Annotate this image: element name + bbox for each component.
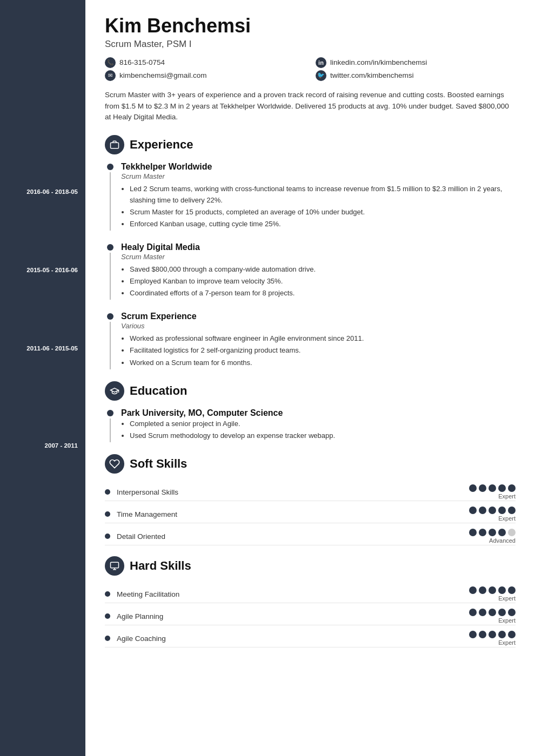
dot	[498, 529, 506, 536]
main-content: Kim Benchemsi Scrum Master, PSM I 📞 816-…	[85, 0, 535, 756]
timeline-dot-1	[107, 164, 113, 170]
candidate-title: Scrum Master, PSM I	[105, 39, 516, 50]
dot	[479, 529, 486, 536]
skill-name-1: Interpersonal Skills	[117, 488, 469, 496]
dot	[469, 609, 477, 616]
skill-name-5: Agile Planning	[117, 612, 469, 620]
education-entry-1: Park University, MO, Computer Science Co…	[105, 408, 516, 442]
list-item: Used Scrum methodology to develop an exp…	[130, 430, 516, 441]
dot	[479, 631, 486, 638]
education-icon	[105, 381, 124, 401]
date-exp2: 2015-05 - 2016-06	[26, 266, 78, 274]
skill-dot-3	[105, 534, 110, 539]
dot	[508, 586, 516, 594]
skill-dots-1	[469, 484, 516, 492]
linkedin-icon: in	[316, 57, 326, 68]
exp-content-3: Scrum Experience Various Worked as profe…	[116, 312, 516, 369]
exp-content-2: Healy Digital Media Scrum Master Saved $…	[116, 242, 516, 300]
edu-content-1: Park University, MO, Computer Science Co…	[116, 408, 516, 442]
timeline-dot-col-3	[105, 312, 116, 369]
hard-skills-section-header: Hard Skills	[105, 556, 516, 576]
experience-entry-3: Scrum Experience Various Worked as profe…	[105, 312, 516, 369]
skill-name-3: Detail Oriented	[117, 532, 469, 541]
dot	[508, 507, 516, 514]
soft-skill-3: Detail Oriented Advanced	[105, 525, 516, 545]
exp-role-3: Various	[121, 322, 516, 330]
exp-role-2: Scrum Master	[121, 253, 516, 261]
education-section-header: Education	[105, 381, 516, 401]
timeline-line-3	[110, 322, 111, 369]
dot	[508, 631, 516, 638]
list-item: Enforced Kanban usage, cutting cycle tim…	[130, 219, 516, 230]
skill-rating-3: Advanced	[469, 529, 516, 544]
dot	[489, 586, 496, 594]
skill-name-6: Agile Coaching	[117, 634, 469, 643]
contact-grid: 📞 816-315-0754 in linkedin.com/in/kimben…	[105, 57, 516, 81]
soft-skill-1: Interpersonal Skills Expert	[105, 481, 516, 501]
list-item: Saved $800,000 through a company-wide au…	[130, 264, 516, 275]
dot	[508, 609, 516, 616]
skill-dot-4	[105, 591, 110, 597]
list-item: Worked as professional software engineer…	[130, 333, 516, 344]
hard-skills-title: Hard Skills	[130, 559, 191, 573]
exp-role-1: Scrum Master	[121, 172, 516, 180]
dot	[479, 609, 486, 616]
soft-skills-list: Interpersonal Skills Expert Time Managem…	[105, 481, 516, 545]
page: 2016-06 - 2018-05 2015-05 - 2016-06 2011…	[0, 0, 535, 756]
dot	[489, 631, 496, 638]
dot	[498, 484, 506, 492]
dot	[489, 609, 496, 616]
dot	[469, 529, 477, 536]
experience-title: Experience	[130, 138, 193, 152]
sidebar: 2016-06 - 2018-05 2015-05 - 2016-06 2011…	[0, 0, 85, 756]
edu-bullets-1: Completed a senior project in Agile. Use…	[121, 418, 516, 441]
hard-skill-3: Agile Coaching Expert	[105, 627, 516, 647]
candidate-name: Kim Benchemsi	[105, 15, 516, 37]
timeline-dot-2	[107, 244, 113, 251]
soft-skills-section-header: Soft Skills	[105, 454, 516, 474]
dot	[508, 484, 516, 492]
exp-company-1: Tekkhelper Worldwide	[121, 162, 516, 172]
list-item: Employed Kanban to improve team velocity…	[130, 276, 516, 287]
skill-name-4: Meeting Facilitation	[117, 590, 469, 598]
soft-skill-2: Time Management Expert	[105, 503, 516, 523]
skill-level-5: Expert	[498, 617, 516, 624]
dot	[489, 507, 496, 514]
timeline-dot-3	[107, 313, 113, 320]
skill-level-6: Expert	[498, 639, 516, 646]
list-item: Led 2 Scrum teams, working with cross-fu…	[130, 184, 516, 205]
list-item: Worked on a Scrum team for 6 months.	[130, 357, 516, 368]
skill-level-3: Advanced	[489, 537, 516, 544]
exp-bullets-3: Worked as professional software engineer…	[121, 333, 516, 368]
email-icon: ✉	[105, 70, 116, 81]
skill-level-1: Expert	[498, 493, 516, 500]
phone-icon: 📞	[105, 57, 116, 68]
experience-icon	[105, 135, 124, 154]
exp-company-2: Healy Digital Media	[121, 242, 516, 252]
dot	[469, 507, 477, 514]
timeline-dot-col-1	[105, 162, 116, 231]
skill-dot-2	[105, 511, 110, 517]
education-title: Education	[130, 384, 187, 398]
dot	[489, 484, 496, 492]
exp-bullets-2: Saved $800,000 through a company-wide au…	[121, 264, 516, 299]
dot	[469, 484, 477, 492]
timeline-line-2	[110, 253, 111, 300]
edu-line-1	[110, 418, 111, 442]
skill-dot-1	[105, 489, 110, 495]
contact-phone: 📞 816-315-0754	[105, 57, 305, 68]
date-exp1: 2016-06 - 2018-05	[26, 188, 78, 196]
edu-school-1: Park University, MO, Computer Science	[121, 408, 516, 418]
exp-bullets-1: Led 2 Scrum teams, working with cross-fu…	[121, 184, 516, 230]
skill-dots-2	[469, 507, 516, 514]
skill-dot-6	[105, 636, 110, 641]
soft-skills-title: Soft Skills	[130, 457, 187, 471]
experience-list: Tekkhelper Worldwide Scrum Master Led 2 …	[105, 162, 516, 369]
contact-twitter: 🐦 twitter.com/kimbenchemsi	[316, 70, 516, 81]
skill-name-2: Time Management	[117, 510, 469, 518]
dot-empty	[508, 529, 516, 536]
skill-dots-3	[469, 529, 516, 536]
svg-rect-1	[111, 562, 119, 568]
skill-rating-5: Expert	[469, 609, 516, 624]
experience-entry-2: Healy Digital Media Scrum Master Saved $…	[105, 242, 516, 300]
